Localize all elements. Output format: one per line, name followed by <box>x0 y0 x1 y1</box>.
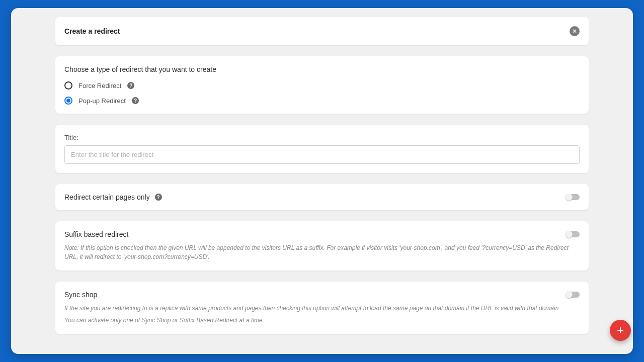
plus-icon: + <box>617 323 624 337</box>
radio-button[interactable] <box>64 97 72 105</box>
redirect-type-label: Choose a type of redirect that you want … <box>64 65 580 73</box>
create-redirect-modal: Create a redirect ✕ Choose a type of red… <box>11 8 633 354</box>
add-button[interactable]: + <box>610 320 631 341</box>
sync-shop-note-1: If the site you are redirecting to is a … <box>64 304 580 313</box>
suffix-section: Suffix based redirect Note: If this opti… <box>55 221 589 270</box>
help-icon[interactable]: ? <box>155 194 162 201</box>
radio-force-redirect[interactable]: Force Redirect ? <box>64 81 580 89</box>
suffix-note: Note: If this option is checked then the… <box>64 243 580 261</box>
suffix-label: Suffix based redirect <box>64 230 128 238</box>
certain-pages-section: Redirect certain pages only ? <box>55 184 589 210</box>
radio-popup-redirect[interactable]: Pop-up Redirect ? <box>64 97 580 105</box>
certain-pages-toggle[interactable] <box>567 194 580 200</box>
modal-title: Create a redirect <box>64 27 120 35</box>
radio-label: Force Redirect <box>78 82 121 89</box>
sync-shop-note-2: You can activate only one of Sync Shop o… <box>64 316 580 325</box>
close-icon[interactable]: ✕ <box>570 26 580 36</box>
sync-shop-label: Sync shop <box>64 291 97 299</box>
suffix-toggle[interactable] <box>567 231 580 237</box>
help-icon[interactable]: ? <box>127 82 134 89</box>
help-icon[interactable]: ? <box>132 97 139 104</box>
modal-header: Create a redirect ✕ <box>55 17 589 45</box>
title-input[interactable] <box>64 145 580 164</box>
sync-shop-toggle[interactable] <box>567 292 580 298</box>
redirect-type-section: Choose a type of redirect that you want … <box>55 56 589 114</box>
title-section: Title: <box>55 125 589 173</box>
radio-button[interactable] <box>64 81 72 89</box>
title-label: Title: <box>64 134 580 141</box>
sync-shop-section: Sync shop If the site you are redirectin… <box>55 282 589 334</box>
radio-label: Pop-up Redirect <box>78 97 126 105</box>
certain-pages-label: Redirect certain pages only <box>64 193 150 201</box>
